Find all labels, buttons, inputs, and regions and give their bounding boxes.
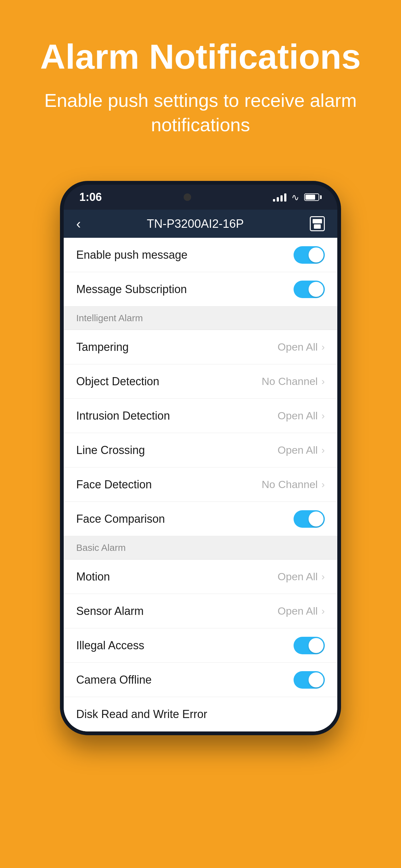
intelligent-alarm-section: Intelligent Alarm bbox=[64, 307, 337, 330]
sensor-alarm-right: Open All › bbox=[278, 605, 325, 617]
line-crossing-row[interactable]: Line Crossing Open All › bbox=[64, 433, 337, 467]
intrusion-detection-row[interactable]: Intrusion Detection Open All › bbox=[64, 399, 337, 433]
line-crossing-right: Open All › bbox=[278, 444, 325, 456]
status-time: 1:06 bbox=[79, 191, 102, 204]
enable-push-toggle[interactable] bbox=[294, 246, 325, 264]
basic-alarm-section: Basic Alarm bbox=[64, 536, 337, 560]
line-crossing-value: Open All bbox=[278, 444, 318, 456]
motion-row[interactable]: Motion Open All › bbox=[64, 560, 337, 594]
message-subscription-row[interactable]: Message Subscription bbox=[64, 272, 337, 307]
message-subscription-toggle[interactable] bbox=[294, 281, 325, 298]
sensor-alarm-label: Sensor Alarm bbox=[76, 604, 144, 618]
sensor-alarm-row[interactable]: Sensor Alarm Open All › bbox=[64, 594, 337, 628]
face-comparison-toggle[interactable] bbox=[294, 510, 325, 528]
tampering-value: Open All bbox=[278, 341, 318, 353]
object-detection-row[interactable]: Object Detection No Channel › bbox=[64, 364, 337, 399]
face-detection-value: No Channel bbox=[262, 478, 318, 491]
status-bar: 1:06 ∿ bbox=[64, 185, 337, 210]
face-detection-row[interactable]: Face Detection No Channel › bbox=[64, 467, 337, 502]
intrusion-detection-right: Open All › bbox=[278, 410, 325, 422]
phone-frame: 1:06 ∿ ‹ TN-P3200AI2-16P Ena bbox=[60, 181, 341, 735]
hero-subtitle: Enable push settings to receive alarm no… bbox=[19, 88, 382, 137]
illegal-access-row[interactable]: Illegal Access bbox=[64, 628, 337, 663]
intelligent-alarm-label: Intelligent Alarm bbox=[76, 313, 143, 323]
tampering-right: Open All › bbox=[278, 341, 325, 353]
intrusion-detection-value: Open All bbox=[278, 410, 318, 422]
enable-push-label: Enable push message bbox=[76, 248, 188, 261]
tampering-label: Tampering bbox=[76, 341, 129, 354]
sensor-alarm-chevron: › bbox=[321, 605, 325, 617]
message-subscription-label: Message Subscription bbox=[76, 283, 187, 296]
camera-offline-label: Camera Offline bbox=[76, 673, 152, 686]
camera-dot bbox=[183, 193, 191, 201]
battery-icon bbox=[304, 193, 322, 201]
sensor-alarm-value: Open All bbox=[278, 605, 318, 617]
line-crossing-label: Line Crossing bbox=[76, 444, 145, 457]
settings-list: Enable push message Message Subscription… bbox=[64, 238, 337, 732]
motion-label: Motion bbox=[76, 570, 110, 583]
illegal-access-label: Illegal Access bbox=[76, 639, 144, 652]
intrusion-detection-label: Intrusion Detection bbox=[76, 409, 170, 423]
wifi-icon: ∿ bbox=[291, 192, 299, 203]
object-detection-right: No Channel › bbox=[262, 375, 325, 388]
signal-icon bbox=[273, 193, 287, 202]
nav-title: TN-P3200AI2-16P bbox=[147, 217, 244, 230]
basic-alarm-label: Basic Alarm bbox=[76, 542, 126, 553]
face-detection-right: No Channel › bbox=[262, 478, 325, 491]
motion-value: Open All bbox=[278, 570, 318, 583]
enable-push-row[interactable]: Enable push message bbox=[64, 238, 337, 272]
face-comparison-label: Face Comparison bbox=[76, 513, 165, 526]
tampering-chevron: › bbox=[321, 341, 325, 353]
disk-read-write-label: Disk Read and Write Error bbox=[76, 708, 207, 721]
face-comparison-row[interactable]: Face Comparison bbox=[64, 502, 337, 536]
motion-chevron: › bbox=[321, 571, 325, 582]
illegal-access-toggle[interactable] bbox=[294, 637, 325, 654]
intrusion-detection-chevron: › bbox=[321, 410, 325, 422]
hero-section: Alarm Notifications Enable push settings… bbox=[0, 0, 401, 162]
object-detection-label: Object Detection bbox=[76, 375, 159, 388]
phone-wrapper: 1:06 ∿ ‹ TN-P3200AI2-16P Ena bbox=[60, 181, 341, 735]
face-detection-label: Face Detection bbox=[76, 478, 152, 491]
object-detection-chevron: › bbox=[321, 376, 325, 387]
nav-bar: ‹ TN-P3200AI2-16P bbox=[64, 210, 337, 238]
disk-read-write-row[interactable]: Disk Read and Write Error bbox=[64, 697, 337, 732]
face-detection-chevron: › bbox=[321, 479, 325, 490]
back-button[interactable]: ‹ bbox=[76, 216, 81, 231]
line-crossing-chevron: › bbox=[321, 444, 325, 456]
save-button[interactable] bbox=[310, 216, 325, 231]
camera-offline-row[interactable]: Camera Offline bbox=[64, 663, 337, 697]
status-icons: ∿ bbox=[273, 192, 322, 203]
object-detection-value: No Channel bbox=[262, 375, 318, 388]
tampering-row[interactable]: Tampering Open All › bbox=[64, 330, 337, 364]
motion-right: Open All › bbox=[278, 570, 325, 583]
hero-title: Alarm Notifications bbox=[40, 37, 361, 76]
camera-offline-toggle[interactable] bbox=[294, 671, 325, 689]
